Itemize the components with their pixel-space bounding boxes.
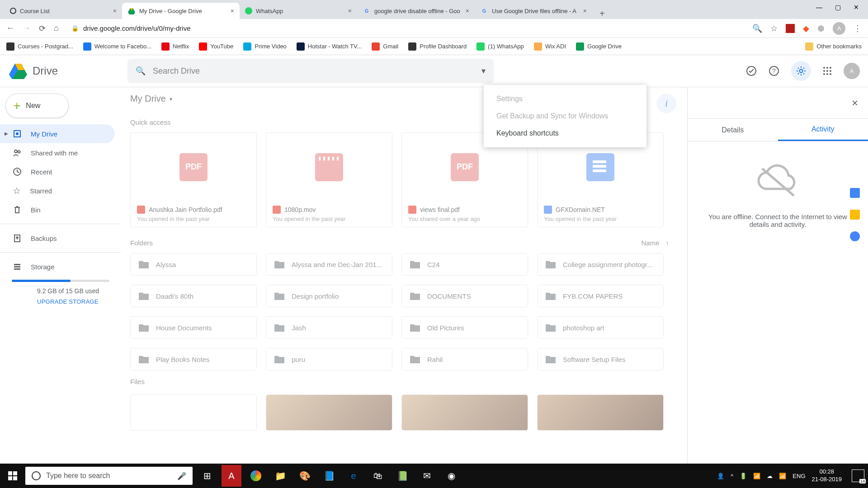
close-window-button[interactable]: ✕ bbox=[854, 4, 859, 11]
action-center-icon[interactable] bbox=[852, 469, 864, 482]
breadcrumb[interactable]: My Drive ▾ bbox=[130, 94, 172, 104]
close-icon[interactable]: × bbox=[466, 7, 469, 14]
tab-activity[interactable]: Activity bbox=[778, 119, 868, 141]
menu-item-settings[interactable]: Settings bbox=[484, 90, 646, 108]
tab-whatsapp[interactable]: WhatsApp × bbox=[240, 3, 357, 19]
search-input[interactable]: 🔍 Search Drive ▾ bbox=[127, 59, 494, 83]
chrome-taskbar-icon[interactable] bbox=[246, 465, 266, 487]
tab-details[interactable]: Details bbox=[688, 119, 778, 141]
sidebar-item-storage[interactable]: Storage bbox=[0, 257, 115, 276]
quick-access-card[interactable]: PDF Anushka Jain Portfolio.pdf You opene… bbox=[130, 132, 257, 227]
bookmark-item[interactable]: Courses - Postgrad... bbox=[6, 42, 73, 51]
url-input[interactable]: 🔒 drive.google.com/drive/u/0/my-drive bbox=[67, 22, 744, 35]
close-icon[interactable]: × bbox=[583, 7, 587, 14]
sidebar-item-recent[interactable]: Recent bbox=[0, 162, 115, 181]
bookmark-item[interactable]: Wix ADI bbox=[534, 42, 566, 51]
sidebar-item-shared[interactable]: Shared with me bbox=[0, 143, 115, 162]
folder-card[interactable]: College assignment photogr... bbox=[537, 253, 664, 276]
folder-card[interactable]: FYB.COM PAPERS bbox=[537, 285, 664, 307]
search-options-icon[interactable]: ▾ bbox=[481, 66, 486, 76]
menu-item-keyboard-shortcuts[interactable]: Keyboard shortcuts bbox=[484, 125, 646, 142]
taskbar-app[interactable]: 📗 bbox=[392, 465, 412, 487]
offline-ready-icon[interactable] bbox=[746, 66, 757, 76]
quick-access-card[interactable]: 1080p.mov You opened in the past year bbox=[266, 132, 392, 227]
close-icon[interactable]: × bbox=[231, 7, 234, 14]
windows-search-input[interactable]: Type here to search 🎤 bbox=[25, 467, 193, 485]
tab-google-search-1[interactable]: G google drive disable offline - Goo × bbox=[357, 3, 475, 19]
file-explorer-icon[interactable]: 📁 bbox=[270, 465, 290, 487]
folder-card[interactable]: Jash bbox=[266, 316, 392, 339]
extension-icon[interactable] bbox=[786, 24, 795, 33]
file-card[interactable] bbox=[401, 394, 528, 431]
folder-card[interactable]: Rahil bbox=[401, 348, 528, 371]
bookmark-item[interactable]: Google Drive bbox=[576, 42, 622, 51]
tasks-icon[interactable] bbox=[850, 231, 860, 241]
forward-button[interactable]: → bbox=[23, 23, 31, 33]
settings-gear-icon[interactable] bbox=[791, 61, 811, 81]
folder-card[interactable]: C24 bbox=[401, 253, 528, 276]
info-button[interactable]: i bbox=[656, 94, 676, 113]
reload-button[interactable]: ⟳ bbox=[39, 23, 46, 33]
tab-google-search-2[interactable]: G Use Google Drive files offline - A × bbox=[475, 3, 592, 19]
taskbar-app[interactable]: 🎨 bbox=[295, 465, 315, 487]
new-tab-button[interactable]: + bbox=[592, 9, 612, 19]
folder-card[interactable]: House Documents bbox=[130, 316, 257, 339]
profile-avatar[interactable]: A bbox=[833, 22, 845, 35]
folder-card[interactable]: Old Pictures bbox=[401, 316, 528, 339]
folder-card[interactable]: Software Setup Files bbox=[537, 348, 664, 371]
sidebar-item-my-drive[interactable]: My Drive bbox=[0, 124, 115, 143]
new-button[interactable]: + New bbox=[5, 94, 69, 118]
menu-item-backup-sync[interactable]: Get Backup and Sync for Windows bbox=[484, 108, 646, 125]
calendar-icon[interactable] bbox=[850, 188, 860, 198]
back-button[interactable]: ← bbox=[6, 23, 14, 33]
network-icon[interactable]: 📶 bbox=[753, 473, 760, 479]
tab-course-list[interactable]: Course List × bbox=[5, 3, 122, 19]
battery-icon[interactable]: 🔋 bbox=[740, 473, 747, 479]
folder-card[interactable]: puru bbox=[266, 348, 392, 371]
system-clock[interactable]: 00:28 21-08-2019 bbox=[812, 468, 842, 483]
bookmark-item[interactable]: YouTube bbox=[199, 42, 233, 51]
folder-card[interactable]: Daadi's 80th bbox=[130, 285, 257, 307]
drive-logo[interactable]: Drive bbox=[8, 62, 121, 80]
close-icon[interactable]: × bbox=[348, 7, 352, 14]
bookmark-item[interactable]: Prime Video bbox=[243, 42, 287, 51]
sidebar-item-starred[interactable]: ☆ Starred bbox=[0, 181, 115, 200]
wifi-icon[interactable]: 📶 bbox=[779, 473, 786, 479]
folder-card[interactable]: Play Books Notes bbox=[130, 348, 257, 371]
bookmark-star-icon[interactable]: ☆ bbox=[770, 23, 778, 33]
folder-card[interactable]: Design portfolio bbox=[266, 285, 392, 307]
sort-control[interactable]: Name ↑ bbox=[641, 239, 669, 247]
mic-icon[interactable]: 🎤 bbox=[177, 472, 186, 480]
folder-card[interactable]: photoshop art bbox=[537, 316, 664, 339]
apps-grid-icon[interactable] bbox=[823, 66, 832, 75]
file-card[interactable] bbox=[537, 394, 664, 431]
store-icon[interactable]: 🛍 bbox=[368, 465, 388, 487]
bookmark-item[interactable]: Welcome to Facebo... bbox=[83, 42, 151, 51]
other-bookmarks[interactable]: Other bookmarks bbox=[805, 42, 862, 51]
start-button[interactable] bbox=[0, 471, 25, 480]
people-icon[interactable]: 👤 bbox=[717, 473, 724, 479]
language-indicator[interactable]: ENG bbox=[793, 473, 805, 479]
bookmark-item[interactable]: Gmail bbox=[372, 42, 398, 51]
taskbar-app[interactable]: A bbox=[222, 465, 241, 487]
chevron-right-icon[interactable]: ▶ bbox=[5, 131, 8, 136]
taskbar-app[interactable]: 📘 bbox=[319, 465, 339, 487]
minimize-button[interactable]: — bbox=[816, 4, 822, 11]
chrome-menu-button[interactable]: ⋮ bbox=[854, 23, 862, 33]
file-card[interactable] bbox=[130, 394, 257, 431]
folder-card[interactable]: Alyssa and me Dec-Jan 201... bbox=[266, 253, 392, 276]
tray-chevron-icon[interactable]: ^ bbox=[731, 473, 733, 479]
tab-my-drive[interactable]: My Drive - Google Drive × bbox=[122, 3, 240, 19]
bookmark-item[interactable]: Netflix bbox=[161, 42, 189, 51]
extension-brave-icon[interactable]: ◆ bbox=[803, 23, 809, 33]
sidebar-item-backups[interactable]: Backups bbox=[0, 229, 115, 248]
maximize-button[interactable]: ▢ bbox=[835, 4, 841, 11]
mail-icon[interactable]: ✉ bbox=[417, 465, 437, 487]
keep-icon[interactable] bbox=[850, 210, 860, 220]
taskbar-app[interactable]: ◉ bbox=[441, 465, 461, 487]
bookmark-item[interactable]: (1) WhatsApp bbox=[476, 42, 524, 51]
upgrade-storage-link[interactable]: UPGRADE STORAGE bbox=[37, 298, 121, 305]
home-button[interactable]: ⌂ bbox=[54, 23, 59, 33]
close-panel-icon[interactable]: × bbox=[852, 97, 858, 109]
sidebar-item-bin[interactable]: Bin bbox=[0, 200, 115, 219]
